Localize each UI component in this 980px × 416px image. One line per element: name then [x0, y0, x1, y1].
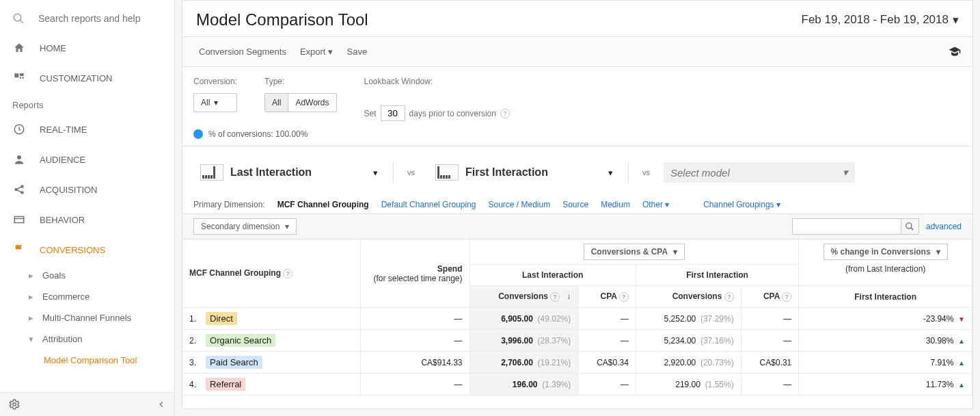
caret-down-icon: ▾ — [285, 222, 289, 231]
caret-down-icon: ▾ — [953, 13, 959, 27]
col-fi-conversions[interactable]: Conversions ? — [636, 286, 741, 308]
help-icon[interactable]: ? — [283, 269, 292, 278]
caret-down-icon: ▾ — [936, 247, 940, 257]
sub-goals[interactable]: ▸Goals — [22, 265, 174, 286]
primary-dimension-row: Primary Dimension: MCF Channel Grouping … — [182, 190, 972, 214]
export-button[interactable]: Export▾ — [295, 44, 339, 60]
model-2-selector[interactable]: First Interaction ▾ — [428, 160, 620, 185]
dim-source-medium[interactable]: Source / Medium — [488, 200, 550, 209]
cell-li-cpa: — — [578, 308, 636, 330]
conversions-cpa-selector[interactable]: Conversions & CPA▾ — [584, 244, 685, 260]
groupings-label: Channel Groupings — [703, 200, 774, 209]
sub-multichannel[interactable]: ▸Multi-Channel Funnels — [22, 307, 174, 328]
graduation-icon[interactable] — [948, 45, 962, 59]
cell-fi-conversions: 5,234.00 (37.16%) — [636, 330, 741, 352]
last-interaction-icon — [200, 164, 223, 181]
behavior-icon — [12, 213, 26, 226]
advanced-link[interactable]: advanced — [926, 222, 962, 231]
svg-point-9 — [21, 185, 23, 187]
col-channel: MCF Channel Grouping — [189, 268, 281, 278]
nav-label: BEHAVIOR — [40, 215, 85, 225]
collapse-icon[interactable] — [156, 400, 166, 409]
arrow-up-icon: ▲ — [958, 381, 965, 389]
model-1-selector[interactable]: Last Interaction ▾ — [193, 160, 385, 185]
lookback-prefix: Set — [364, 109, 377, 118]
help-icon: ? — [550, 292, 560, 302]
toolbar: Conversion Segments Export▾ Save — [182, 36, 972, 67]
col-fi-cpa[interactable]: CPA ? — [741, 286, 799, 308]
cell-change: 7.91% ▲ — [799, 352, 972, 374]
nav-audience[interactable]: AUDIENCE — [0, 144, 174, 174]
nav-label: CONVERSIONS — [40, 245, 105, 255]
type-selector[interactable]: All AdWords — [264, 93, 336, 112]
help-icon: ? — [619, 292, 629, 302]
col-conv-label: Conversions — [672, 291, 722, 301]
dim-default[interactable]: Default Channel Grouping — [381, 200, 476, 209]
nav-home[interactable]: HOME — [0, 33, 174, 63]
help-icon[interactable]: ? — [500, 109, 510, 118]
dim-other-label: Other — [642, 200, 663, 209]
config-row: Conversion: All▾ Type: All AdWords Lookb… — [182, 67, 972, 125]
model-3-selector[interactable]: Select model ▾ — [664, 162, 855, 183]
sub-attribution[interactable]: ▾Attribution — [22, 328, 174, 350]
nav-conversions[interactable]: CONVERSIONS — [0, 235, 174, 265]
dim-source[interactable]: Source — [562, 200, 588, 209]
dim-medium[interactable]: Medium — [601, 200, 630, 209]
sidebar-search[interactable] — [0, 7, 174, 33]
nav-label: ACQUISITION — [40, 185, 98, 195]
change-selector[interactable]: % change in Conversions▾ — [824, 244, 948, 260]
conversion-segments-button[interactable]: Conversion Segments — [193, 44, 292, 60]
gear-icon[interactable] — [8, 398, 21, 411]
table-row[interactable]: 2.Organic Search—3,996.00 (28.37%)—5,234… — [182, 330, 972, 352]
type-adwords[interactable]: AdWords — [288, 94, 336, 112]
nav-label: HOME — [40, 43, 66, 53]
separator — [628, 162, 629, 183]
col-li-cpa[interactable]: CPA ? — [578, 286, 636, 308]
caret-right-icon: ▸ — [26, 313, 36, 323]
cell-fi-cpa: — — [741, 330, 799, 352]
sub-label: Multi-Channel Funnels — [42, 313, 131, 323]
home-icon — [12, 41, 26, 55]
sort-down-icon: ↓ — [567, 291, 571, 301]
table-search: advanced — [792, 218, 962, 235]
table-search-button[interactable] — [901, 218, 919, 235]
row-index: 4. — [189, 380, 196, 389]
nav-realtime[interactable]: REAL-TIME — [0, 114, 174, 144]
vs-label: vs — [637, 168, 655, 177]
save-button[interactable]: Save — [341, 44, 372, 60]
col-conv-label: Conversions — [498, 291, 548, 301]
dim-other[interactable]: Other ▾ — [642, 200, 669, 209]
cell-li-conversions: 6,905.00 (49.02%) — [469, 308, 578, 330]
lookback-input[interactable] — [381, 105, 405, 121]
cell-spend: — — [360, 374, 469, 395]
col-li-conversions[interactable]: Conversions ? ↓ — [469, 286, 578, 308]
secondary-dimension-selector[interactable]: Secondary dimension ▾ — [193, 218, 297, 235]
nav-label: REAL-TIME — [40, 125, 87, 135]
conversion-selector[interactable]: All▾ — [193, 93, 237, 112]
svg-rect-13 — [14, 217, 24, 223]
dim-mcf[interactable]: MCF Channel Grouping — [277, 200, 369, 209]
sub-label: Attribution — [42, 334, 83, 344]
table-row[interactable]: 1.Direct—6,905.00 (49.02%)—5,252.00 (37.… — [182, 308, 972, 330]
svg-point-8 — [15, 189, 17, 191]
sub-ecommerce[interactable]: ▸Ecommerce — [22, 286, 174, 307]
caret-right-icon: ▸ — [26, 291, 36, 302]
type-all[interactable]: All — [265, 94, 288, 112]
nav-customization[interactable]: CUSTOMIZATION — [0, 63, 174, 93]
change-label: % change in Conversions — [831, 247, 931, 257]
sub-model-comparison-tool[interactable]: Model Comparison Tool — [40, 350, 174, 371]
secondary-row: Secondary dimension ▾ advanced — [182, 214, 972, 239]
data-table: MCF Channel Grouping ? Spend (for select… — [182, 239, 972, 395]
nav-acquisition[interactable]: ACQUISITION — [0, 174, 174, 205]
search-input[interactable] — [38, 13, 162, 24]
date-range-picker[interactable]: Feb 19, 2018 - Feb 19, 2018 ▾ — [802, 13, 959, 27]
lookback-label: Lookback Window: — [364, 77, 510, 86]
table-search-input[interactable] — [792, 218, 901, 235]
caret-down-icon: ▾ — [214, 98, 218, 107]
channel-groupings[interactable]: Channel Groupings ▾ — [703, 200, 780, 209]
table-row[interactable]: 3.Paid SearchCA$914.332,706.00 (19.21%)C… — [182, 352, 972, 374]
svg-rect-5 — [23, 77, 24, 79]
table-row[interactable]: 4.Referral—196.00 (1.39%)—219.00 (1.55%)… — [182, 374, 972, 395]
sidebar-footer — [0, 392, 174, 416]
nav-behavior[interactable]: BEHAVIOR — [0, 205, 174, 235]
